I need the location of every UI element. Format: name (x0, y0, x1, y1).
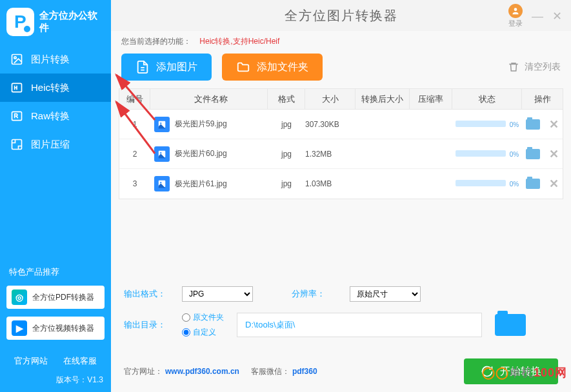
table-header: 编号 文件名称 格式 大小 转换后大小 压缩率 状态 操作 (119, 89, 563, 110)
official-url-link[interactable]: www.pdf360.com.cn (165, 367, 239, 376)
col-name: 文件名称 (150, 89, 268, 109)
table-row: 3 极光图片61.jpg jpg 1.03MB 0% ✕ (119, 169, 563, 199)
promo-video-converter[interactable]: ▶ 全方位视频转换器 (6, 317, 105, 340)
table-row: 2 极光图片60.jpg jpg 1.32MB 0% ✕ (119, 139, 563, 169)
col-num: 编号 (119, 89, 150, 109)
app-title: 全方位图片转换器 (285, 7, 398, 24)
logo: P 全方位办公软件 (0, 0, 111, 45)
resolution-select[interactable]: 原始尺寸 (350, 286, 421, 302)
version: 版本号：V1.3 (0, 371, 111, 392)
thumbnail-icon (154, 146, 170, 162)
remove-row-button[interactable]: ✕ (549, 147, 559, 161)
promo-pdf-converter[interactable]: ◎ 全方位PDF转换器 (6, 286, 105, 309)
wechat-id: pdf360 (292, 367, 317, 376)
svg-rect-4 (12, 140, 22, 150)
compress-icon (10, 138, 23, 151)
sidebar-item-image-convert[interactable]: 图片转换 (0, 45, 111, 74)
col-size: 大小 (305, 89, 356, 109)
progress-cell: 0% (452, 120, 522, 129)
image-icon (10, 53, 23, 66)
sidebar: P 全方位办公软件 图片转换 Heic转换 Raw转换 图片压缩 (0, 0, 111, 392)
nav-label: Heic转换 (31, 82, 70, 94)
svg-point-5 (514, 8, 517, 11)
radio-custom-folder[interactable]: 自定义 (182, 327, 224, 338)
raw-icon (10, 110, 23, 122)
clear-list-button[interactable]: 清空列表 (508, 61, 561, 73)
promo-header: 特色产品推荐 (0, 260, 111, 282)
official-site-link[interactable]: 官方网站 (14, 355, 48, 367)
col-after-size: 转换后大小 (356, 89, 410, 109)
minimize-button[interactable]: — (532, 10, 543, 23)
resolution-label: 分辨率： (292, 288, 337, 300)
video-icon: ▶ (12, 320, 27, 336)
heic-icon (10, 81, 23, 94)
open-folder-button[interactable] (526, 149, 540, 159)
close-button[interactable]: ✕ (552, 9, 562, 23)
output-path-input[interactable]: D:\tools\桌面\ (237, 313, 482, 337)
trash-icon (508, 61, 519, 73)
open-folder-button[interactable] (526, 119, 540, 130)
output-format-label: 输出格式： (124, 288, 169, 300)
promo-label: 全方位视频转换器 (32, 323, 94, 334)
file-name: 极光图片59.jpg (175, 119, 227, 130)
thumbnail-icon (154, 176, 170, 191)
svg-rect-0 (12, 55, 22, 64)
output-format-select[interactable]: JPG (182, 286, 253, 302)
svg-point-1 (14, 57, 16, 59)
remove-row-button[interactable]: ✕ (549, 117, 559, 132)
start-convert-button[interactable]: 开始转换 (464, 358, 558, 384)
svg-point-11 (160, 182, 161, 183)
avatar-icon (508, 4, 523, 18)
output-dir-label: 输出目录： (124, 319, 169, 331)
login-label: 登录 (508, 19, 523, 28)
file-name: 极光图片60.jpg (175, 148, 227, 159)
thumbnail-icon (154, 117, 170, 132)
remove-row-button[interactable]: ✕ (549, 177, 559, 191)
add-folder-button[interactable]: 添加文件夹 (222, 54, 323, 81)
open-folder-button[interactable] (526, 179, 540, 189)
footer-links: 官方网站 在线客服 (0, 344, 111, 371)
col-ratio: 压缩率 (410, 89, 452, 109)
pdf-icon: ◎ (12, 289, 27, 305)
titlebar: 全方位图片转换器 登录 — ✕ (111, 0, 571, 31)
current-function: 您当前选择的功能： Heic转换,支持Heic/Heif (111, 31, 571, 47)
file-name: 极光图片61.jpg (175, 179, 227, 190)
sidebar-item-image-compress[interactable]: 图片压缩 (0, 130, 111, 159)
col-status: 状态 (452, 89, 522, 109)
bottom-bar: 官方网址： www.pdf360.com.cn 客服微信： pdf360 开始转… (111, 355, 571, 392)
nav-label: Raw转换 (31, 110, 70, 122)
progress-cell: 0% (452, 179, 522, 188)
folder-icon (236, 60, 250, 74)
browse-folder-button[interactable] (495, 314, 526, 336)
sidebar-item-heic-convert[interactable]: Heic转换 (0, 74, 111, 102)
output-settings: 输出格式： JPG 分辨率： 原始尺寸 输出目录： 原文件夹 自定义 D:\to… (111, 277, 571, 355)
svg-point-7 (160, 122, 161, 124)
refresh-icon (481, 365, 494, 378)
radio-original-folder[interactable]: 原文件夹 (182, 312, 224, 323)
progress-cell: 0% (452, 150, 522, 159)
file-table: 编号 文件名称 格式 大小 转换后大小 压缩率 状态 操作 1 极光图片59.j… (119, 88, 563, 199)
current-function-value: Heic转换,支持Heic/Heif (199, 37, 279, 46)
col-ops: 操作 (522, 89, 563, 109)
login-button[interactable]: 登录 (508, 4, 523, 28)
add-image-button[interactable]: 添加图片 (121, 54, 212, 81)
nav-label: 图片压缩 (31, 139, 70, 151)
online-support-link[interactable]: 在线客服 (63, 355, 97, 367)
sidebar-item-raw-convert[interactable]: Raw转换 (0, 102, 111, 130)
logo-text: 全方位办公软件 (39, 10, 105, 34)
promo-label: 全方位PDF转换器 (32, 292, 94, 303)
file-icon (135, 60, 150, 74)
svg-point-9 (160, 152, 161, 153)
table-row: 1 极光图片59.jpg jpg 307.30KB 0% ✕ (119, 110, 563, 139)
logo-icon: P (6, 8, 34, 36)
col-format: 格式 (268, 89, 305, 109)
main: 全方位图片转换器 登录 — ✕ 您当前选择的功能： Heic转换,支持Heic/… (111, 0, 571, 392)
nav-label: 图片转换 (31, 54, 70, 66)
